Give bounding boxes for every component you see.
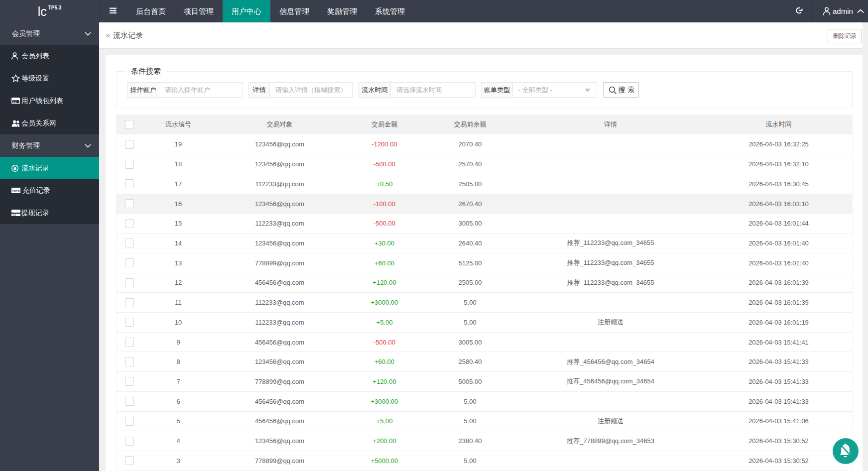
svg-text:PayPal: PayPal bbox=[12, 190, 20, 192]
